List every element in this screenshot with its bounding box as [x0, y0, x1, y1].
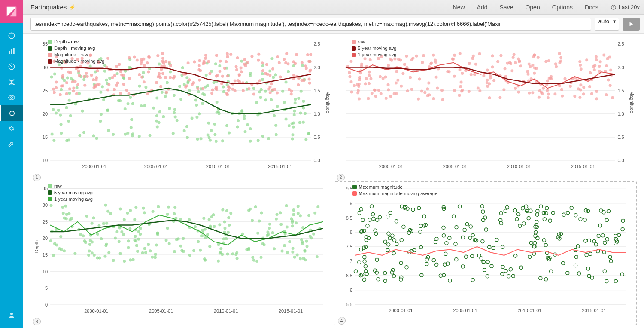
svg-point-144 [76, 86, 79, 89]
panel-badge: 3 [33, 318, 41, 325]
chart-panel-3[interactable]: raw5 year moving avg1 year moving avg051… [30, 181, 334, 326]
nav-user-icon[interactable] [0, 307, 23, 323]
svg-point-1159 [518, 224, 521, 227]
svg-point-1160 [432, 258, 435, 262]
svg-point-604 [427, 82, 430, 85]
svg-point-641 [582, 92, 585, 95]
svg-point-724 [369, 77, 372, 80]
svg-point-624 [386, 83, 389, 86]
svg-point-543 [531, 91, 534, 94]
svg-point-613 [409, 76, 412, 79]
svg-point-554 [496, 60, 499, 63]
svg-point-1151 [583, 239, 587, 242]
action-docs[interactable]: Docs [585, 4, 598, 11]
svg-point-414 [204, 54, 207, 57]
svg-point-1106 [461, 236, 465, 239]
svg-point-93 [60, 132, 63, 135]
svg-point-354 [83, 75, 86, 78]
svg-point-706 [399, 58, 402, 61]
svg-point-1283 [401, 225, 405, 228]
run-button[interactable] [623, 18, 640, 31]
svg-point-698 [578, 96, 581, 99]
chart-panel-1[interactable]: Depth - rawDepth - moving avgMagnitude -… [30, 37, 334, 181]
svg-point-358 [261, 69, 264, 72]
svg-point-270 [68, 99, 71, 102]
svg-text:1.0: 1.0 [313, 111, 320, 116]
svg-point-1289 [383, 240, 387, 243]
nav-eye-icon[interactable] [0, 90, 23, 105]
svg-point-99 [52, 108, 55, 111]
panel-badge: 1 [33, 174, 41, 181]
action-save[interactable]: Save [500, 4, 513, 11]
nav-wrench-icon[interactable] [0, 136, 23, 152]
svg-point-978 [156, 231, 159, 234]
svg-point-931 [254, 205, 257, 208]
action-new[interactable]: New [453, 4, 465, 11]
svg-point-1170 [574, 213, 577, 217]
interval-select[interactable]: auto ▾ [595, 18, 619, 31]
action-open[interactable]: Open [525, 4, 540, 11]
svg-point-474 [143, 80, 146, 83]
svg-point-607 [573, 95, 576, 98]
svg-point-1261 [461, 264, 465, 268]
svg-point-949 [151, 255, 154, 258]
svg-point-1081 [358, 211, 361, 215]
svg-point-954 [166, 227, 169, 230]
svg-point-1267 [399, 261, 403, 264]
svg-point-440 [234, 80, 237, 83]
nav-discover-icon[interactable] [0, 28, 23, 43]
svg-point-799 [173, 212, 176, 215]
svg-point-71 [236, 126, 239, 129]
svg-point-563 [602, 54, 605, 57]
svg-point-719 [432, 97, 435, 100]
svg-point-617 [498, 96, 501, 99]
kibana-logo[interactable] [0, 0, 23, 23]
svg-point-122 [185, 76, 188, 79]
svg-point-1140 [362, 278, 366, 281]
nav-timelion-icon[interactable] [0, 105, 23, 121]
svg-point-178 [293, 113, 296, 116]
svg-point-732 [598, 65, 601, 68]
action-options[interactable]: Options [552, 4, 573, 11]
nav-gear-icon[interactable] [0, 121, 23, 136]
nav-graph-icon[interactable] [0, 74, 23, 90]
svg-point-330 [198, 59, 201, 62]
svg-point-576 [482, 74, 485, 77]
svg-point-905 [299, 257, 302, 260]
svg-point-716 [589, 71, 592, 74]
svg-point-596 [440, 89, 444, 92]
svg-point-197 [117, 99, 120, 102]
svg-point-1258 [578, 217, 582, 221]
svg-point-285 [118, 63, 121, 66]
svg-point-250 [294, 98, 297, 101]
svg-point-223 [261, 72, 264, 75]
svg-point-296 [250, 55, 253, 58]
nav-dashboard-icon[interactable] [0, 59, 23, 74]
svg-point-807 [85, 214, 88, 217]
svg-point-434 [128, 77, 131, 80]
svg-point-640 [488, 82, 491, 85]
svg-text:2005-01-01: 2005-01-01 [149, 308, 173, 313]
svg-point-1292 [551, 211, 555, 214]
svg-point-63 [216, 101, 219, 104]
svg-point-265 [257, 139, 260, 142]
svg-point-910 [305, 239, 308, 242]
action-add[interactable]: Add [477, 4, 488, 11]
svg-point-834 [154, 253, 157, 256]
svg-point-600 [349, 60, 352, 63]
svg-point-204 [276, 105, 279, 108]
chart-panel-4[interactable]: Maximum magnitudeMaximum magnitude movin… [334, 181, 638, 326]
svg-point-1161 [419, 245, 422, 249]
chart-panel-2[interactable]: raw5 year moving avg1 year moving avg0.0… [334, 37, 638, 181]
nav-visualize-icon[interactable] [0, 43, 23, 59]
svg-point-733 [590, 92, 593, 95]
query-input[interactable] [30, 18, 591, 31]
svg-text:8.5: 8.5 [346, 215, 352, 220]
svg-point-406 [95, 78, 98, 81]
svg-point-850 [276, 213, 279, 216]
svg-point-131 [201, 92, 204, 95]
svg-point-996 [88, 243, 91, 246]
svg-point-694 [578, 60, 581, 63]
svg-point-1282 [592, 239, 596, 243]
timepicker[interactable]: Last 20y [611, 4, 640, 10]
